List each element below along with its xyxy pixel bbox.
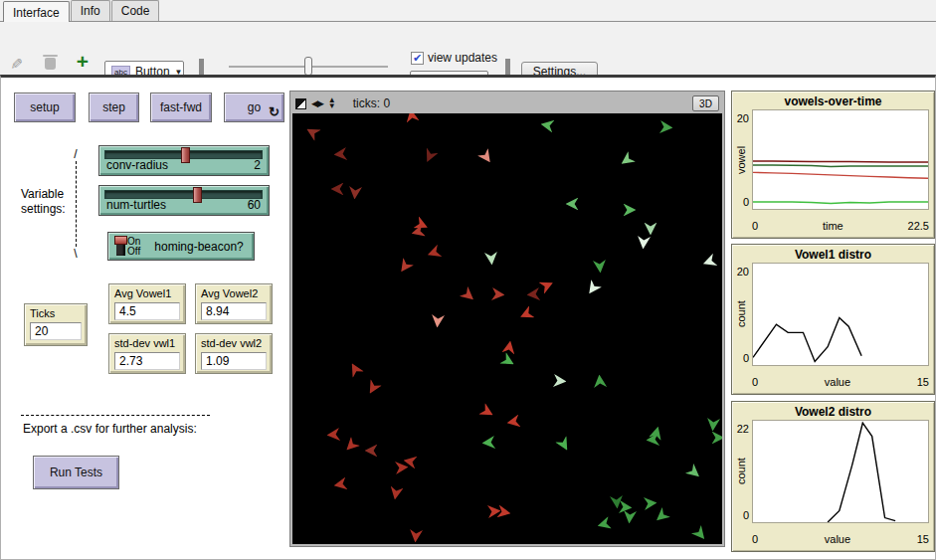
avg-vowel2-monitor: Avg Vowel2 8.94 bbox=[195, 283, 273, 324]
turtle bbox=[409, 529, 423, 543]
variable-settings-bracket: /\ bbox=[71, 147, 81, 261]
monitor-title: Ticks bbox=[30, 307, 82, 319]
switch-on-label: On bbox=[127, 237, 140, 247]
turtle bbox=[712, 432, 723, 445]
ticks-counter: ticks: 0 bbox=[353, 96, 390, 110]
world-canvas[interactable] bbox=[292, 113, 722, 544]
turtle bbox=[596, 516, 612, 532]
netlogo-window: Interface Info Code ✎ Edit Delete + Add … bbox=[0, 0, 936, 560]
turtle bbox=[505, 414, 520, 429]
go-button[interactable]: go ↻ bbox=[224, 93, 284, 122]
turtle bbox=[365, 445, 378, 458]
turtle bbox=[517, 305, 534, 322]
slider-name: conv-radius bbox=[106, 158, 168, 172]
divider-dashed bbox=[21, 415, 210, 416]
run-tests-button[interactable]: Run Tests bbox=[33, 456, 119, 489]
world-view-header: ◀▶ ▲ ▼ ticks: 0 3D bbox=[292, 93, 722, 113]
interface-canvas: setup step fast-fwd go ↻ Variable settin… bbox=[0, 75, 936, 560]
y-axis-label: count bbox=[735, 263, 747, 366]
x-tick-min: 0 bbox=[752, 220, 758, 232]
turtle bbox=[478, 403, 496, 421]
fast-fwd-button[interactable]: fast-fwd bbox=[150, 93, 212, 122]
num-turtles-slider[interactable]: num-turtles 60 bbox=[98, 185, 270, 216]
std-dev-vwl1-monitor: std-dev vwl1 2.73 bbox=[108, 333, 186, 374]
turtle bbox=[659, 120, 673, 134]
turtle bbox=[326, 428, 340, 442]
homing-beacon-switch[interactable]: On Off homing-beacon? bbox=[107, 232, 255, 261]
turtle bbox=[539, 117, 554, 132]
switch-knob[interactable] bbox=[114, 236, 127, 245]
plot-title: Vowel1 distro bbox=[732, 248, 934, 262]
plot-canvas bbox=[752, 263, 929, 366]
turtle bbox=[593, 374, 607, 388]
x-axis-label: value bbox=[825, 376, 850, 388]
tab-interface[interactable]: Interface bbox=[3, 1, 70, 22]
turtle bbox=[555, 436, 573, 454]
monitor-value: 4.5 bbox=[114, 302, 180, 320]
turtle bbox=[342, 437, 360, 455]
y-axis-label: vowel bbox=[735, 109, 747, 210]
turtle bbox=[623, 510, 637, 524]
turtle bbox=[618, 151, 636, 169]
plot-vowel2-distro: Vowel2 distro 22 count 0 0 value 15 bbox=[731, 401, 935, 552]
3d-button[interactable]: 3D bbox=[692, 95, 719, 111]
vertical-resize-icon[interactable]: ▲ ▼ bbox=[328, 97, 336, 109]
monitor-value: 8.94 bbox=[201, 302, 267, 320]
x-tick-max: 22.5 bbox=[908, 220, 929, 232]
conv-radius-slider[interactable]: conv-radius 2 bbox=[98, 145, 270, 176]
turtle bbox=[481, 436, 495, 450]
checkbox-box[interactable]: ✔ bbox=[411, 52, 424, 65]
switch-track[interactable] bbox=[116, 237, 125, 256]
x-axis-label: value bbox=[825, 533, 850, 545]
view-updates-checkbox[interactable]: ✔ view updates bbox=[411, 51, 497, 65]
turtle bbox=[303, 123, 321, 141]
y-tick-min: 0 bbox=[732, 352, 749, 364]
monitor-title: Avg Vowel2 bbox=[201, 287, 267, 299]
turtle bbox=[332, 476, 347, 491]
turtle bbox=[553, 374, 567, 388]
speed-slider-thumb[interactable] bbox=[304, 57, 312, 76]
tab-info[interactable]: Info bbox=[71, 0, 110, 21]
monitor-value: 1.09 bbox=[201, 352, 267, 370]
step-button[interactable]: step bbox=[89, 93, 139, 122]
step-label: step bbox=[102, 100, 125, 114]
y-tick-min: 0 bbox=[732, 509, 749, 521]
forever-icon: ↻ bbox=[269, 104, 280, 119]
turtle bbox=[644, 496, 657, 510]
resize-diagonal-icon[interactable] bbox=[295, 98, 306, 109]
run-tests-label: Run Tests bbox=[50, 466, 102, 479]
turtle bbox=[388, 485, 403, 500]
turtle bbox=[333, 147, 347, 161]
turtle bbox=[701, 254, 718, 271]
turtle bbox=[501, 339, 516, 354]
turtle bbox=[364, 379, 382, 397]
plus-icon: + bbox=[77, 53, 89, 71]
horizontal-resize-icon[interactable]: ◀▶ bbox=[311, 98, 323, 108]
x-tick-max: 15 bbox=[917, 376, 929, 388]
turtle bbox=[499, 352, 517, 370]
turtle bbox=[645, 223, 657, 236]
monitor-value: 20 bbox=[30, 322, 82, 340]
toolbar: ✎ Edit Delete + Add abc Button ▼ normal … bbox=[0, 23, 936, 75]
fast-fwd-label: fast-fwd bbox=[160, 100, 202, 114]
turtle bbox=[624, 204, 637, 217]
turtle bbox=[484, 252, 498, 266]
slider-value: 2 bbox=[254, 158, 261, 172]
tab-code[interactable]: Code bbox=[111, 0, 160, 21]
turtle bbox=[637, 236, 651, 250]
avg-vowel1-monitor: Avg Vowel1 4.5 bbox=[108, 283, 186, 324]
setup-label: setup bbox=[30, 100, 59, 114]
view-updates-label: view updates bbox=[428, 51, 497, 65]
x-tick-min: 0 bbox=[752, 376, 758, 388]
setup-button[interactable]: setup bbox=[14, 93, 76, 122]
turtle bbox=[348, 186, 362, 200]
turtle bbox=[653, 507, 670, 525]
triangle-down-icon: ▼ bbox=[328, 103, 336, 109]
plot-canvas bbox=[752, 109, 929, 210]
plot-title: vowels-over-time bbox=[732, 94, 934, 108]
y-tick-min: 0 bbox=[732, 196, 749, 208]
slider-value: 60 bbox=[248, 198, 261, 212]
turtle bbox=[396, 258, 414, 276]
turtle bbox=[496, 504, 511, 519]
turtle bbox=[421, 147, 438, 164]
